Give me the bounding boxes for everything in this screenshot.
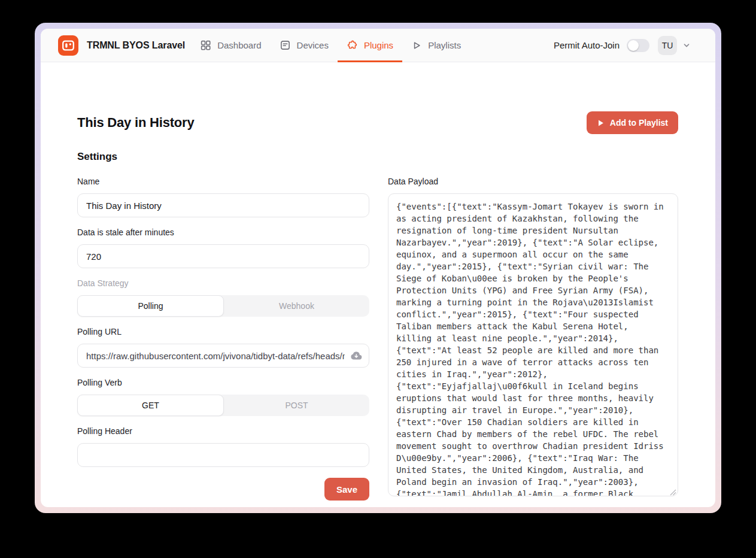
nav-label: Dashboard — [217, 40, 261, 50]
devices-icon — [280, 40, 291, 51]
add-to-playlist-button[interactable]: Add to Playlist — [587, 111, 678, 134]
settings-form: Name Data is stale after minutes Data St… — [77, 177, 369, 501]
polling-header-label: Polling Header — [77, 426, 369, 436]
name-label: Name — [77, 177, 369, 187]
polling-header-input[interactable] — [77, 443, 369, 467]
cloud-download-icon[interactable] — [350, 349, 363, 362]
nav-label: Playlists — [428, 40, 461, 50]
avatar[interactable]: TU — [658, 36, 677, 55]
nav-dashboard[interactable]: Dashboard — [191, 29, 270, 62]
brand-name: TRMNL BYOS Laravel — [87, 40, 185, 51]
toggle-knob — [628, 40, 639, 51]
brand[interactable]: TRMNL BYOS Laravel — [58, 35, 185, 56]
data-payload-label: Data Payload — [388, 177, 678, 187]
strategy-option-polling[interactable]: Polling — [77, 295, 224, 317]
strategy-option-webhook[interactable]: Webhook — [224, 295, 369, 317]
verb-option-post[interactable]: POST — [224, 395, 369, 416]
data-payload-textarea[interactable]: {"events":[{"text":"Kassym-Jomart Tokaye… — [388, 193, 678, 496]
name-input[interactable] — [77, 193, 369, 217]
plugin-settings-page: This Day in History Add to Playlist Sett… — [41, 111, 715, 501]
polling-verb-segmented: GET POST — [77, 395, 369, 416]
trmnl-logo-icon — [58, 35, 78, 56]
stale-minutes-input[interactable] — [77, 244, 369, 268]
nav-devices[interactable]: Devices — [271, 29, 338, 62]
verb-option-get[interactable]: GET — [77, 395, 224, 416]
play-icon — [597, 119, 605, 127]
polling-verb-label: Polling Verb — [77, 378, 369, 388]
data-strategy-label: Data Strategy — [77, 278, 369, 289]
stale-minutes-label: Data is stale after minutes — [77, 228, 369, 238]
page-title: This Day in History — [77, 115, 194, 131]
permit-auto-join-toggle[interactable] — [627, 39, 649, 52]
nav-plugins[interactable]: Plugins — [338, 29, 402, 62]
permit-auto-join-label: Permit Auto-Join — [554, 40, 620, 50]
nav-label: Plugins — [364, 40, 393, 50]
dashboard-grid-icon — [200, 40, 211, 51]
settings-heading: Settings — [77, 151, 678, 163]
app-window: TRMNL BYOS Laravel Dashboard — [35, 23, 721, 513]
play-outline-icon — [411, 40, 422, 51]
add-to-playlist-label: Add to Playlist — [610, 118, 668, 128]
chevron-down-icon[interactable] — [682, 41, 691, 50]
data-strategy-segmented: Polling Webhook — [77, 295, 369, 317]
nav-label: Devices — [297, 40, 329, 50]
payload-panel: Data Payload {"events":[{"text":"Kassym-… — [388, 177, 678, 501]
puzzle-icon — [347, 40, 358, 51]
app-header: TRMNL BYOS Laravel Dashboard — [41, 29, 715, 62]
polling-url-input[interactable] — [77, 344, 369, 368]
nav-playlists[interactable]: Playlists — [402, 29, 470, 62]
polling-url-label: Polling URL — [77, 327, 369, 337]
header-right: Permit Auto-Join TU — [554, 36, 691, 55]
main-nav: Dashboard Devices — [191, 29, 470, 62]
save-button[interactable]: Save — [324, 478, 369, 501]
textarea-resize-handle[interactable] — [670, 487, 676, 494]
app-card: TRMNL BYOS Laravel Dashboard — [41, 29, 715, 507]
